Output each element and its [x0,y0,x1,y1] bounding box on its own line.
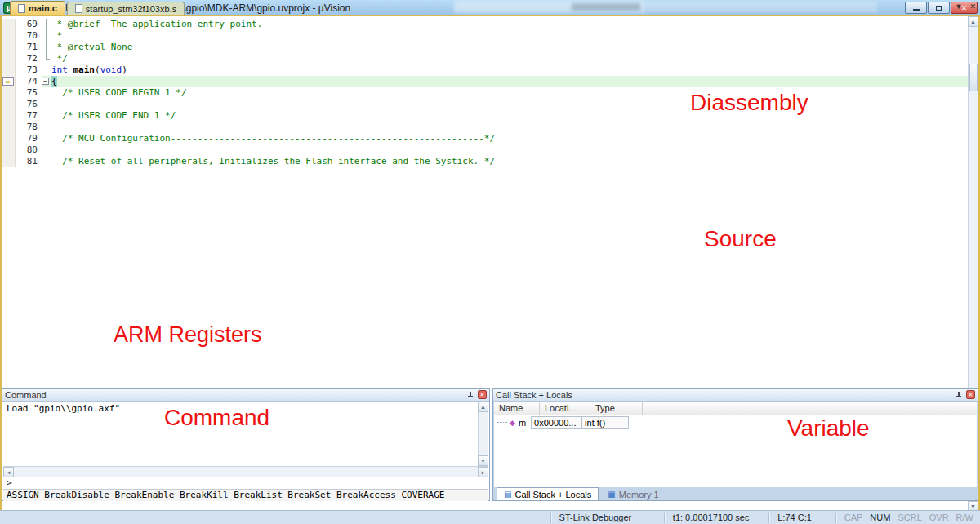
status-debugger: ST-Link Debugger [550,513,664,523]
document-icon [18,4,25,13]
fold-margin[interactable] [42,19,51,30]
status-flag-ovr: OVR [929,513,949,522]
status-keyboard-flags: CAPNUMSCRLOVRR/W [835,513,980,523]
fold-margin[interactable] [42,64,51,76]
source-line[interactable]: 71 * @retval None [2,42,968,53]
editor-gutter[interactable] [2,42,16,53]
editor-gutter[interactable] [2,30,16,42]
fold-margin[interactable] [42,133,51,144]
scroll-up-icon[interactable]: ▲ [478,402,488,412]
source-tab-label: startup_stm32f103xb.s [86,4,176,14]
source-line[interactable]: 77 /* USER CODE END 1 */ [2,110,968,122]
callstack-row[interactable]: ◆m0x00000...int f() [494,415,977,429]
line-text [51,99,968,110]
source-line[interactable]: 75 /* USER CODE BEGIN 1 */ [2,87,968,99]
fold-margin[interactable] [42,99,51,110]
line-number: 69 [16,19,42,30]
command-panel: Command ✕ Load "gpio\\gpio.axf" ▲ ▼ ◂ ▸ … [2,388,490,501]
command-hscrollbar[interactable]: ◂ ▸ [3,466,488,477]
line-text: { [51,76,968,87]
line-number: 77 [16,110,42,122]
line-number: 71 [16,42,42,53]
editor-gutter[interactable] [2,133,16,144]
source-line[interactable]: 80 [2,144,968,156]
source-line[interactable]: 81 /* Reset of all peripherals, Initiali… [2,156,968,167]
fold-margin[interactable]: − [42,76,51,87]
editor-gutter[interactable] [2,99,16,110]
memory-tab-icon: ▦ [608,490,615,499]
token [68,64,74,75]
command-vscrollbar[interactable]: ▲ ▼ [478,402,488,466]
fold-margin[interactable] [42,156,51,167]
close-icon[interactable]: ✕ [478,390,487,399]
fold-margin[interactable] [42,87,51,99]
bottom-dock-tabs: ▤Call Stack + Locals▦Memory 1 [493,487,978,502]
line-number: 72 [16,53,42,64]
status-flag-num: NUM [870,513,890,522]
source-line[interactable]: ▶▶74−{ [2,76,968,87]
column-header-location[interactable]: Locati... [540,402,590,415]
line-number: 81 [16,156,42,167]
fold-margin[interactable] [42,53,51,64]
source-line[interactable]: 72 */ [2,53,968,64]
scroll-down-icon[interactable]: ▼ [478,455,488,466]
command-log[interactable]: Load "gpio\\gpio.axf" [3,402,478,466]
document-icon [75,4,82,13]
close-icon[interactable]: ✕ [966,390,975,399]
fold-margin[interactable] [42,122,51,133]
column-header-name[interactable]: Name [494,402,540,415]
scroll-thumb[interactable] [969,64,978,91]
editor-gutter[interactable] [2,19,16,30]
editor-gutter[interactable] [2,156,16,167]
line-number: 76 [16,99,42,110]
scroll-up-icon[interactable]: ▲ [968,16,978,27]
line-text: * @brief The application entry point. [51,19,968,30]
source-line[interactable]: 79 /* MCU Configuration-----------------… [2,133,968,144]
source-line[interactable]: 78 [2,122,968,133]
source-line[interactable]: 76 [2,99,968,110]
token: ) [122,64,127,75]
editor-gutter[interactable] [2,87,16,99]
fold-margin[interactable] [42,144,51,156]
fold-collapse-icon[interactable]: − [42,78,49,85]
editor-gutter[interactable] [2,144,16,156]
variable-name: m [519,418,526,428]
source-tab-main.c[interactable]: main.c [10,1,65,15]
source-line[interactable]: 73int main(void) [2,64,968,76]
pin-icon[interactable] [466,391,474,399]
command-panel-header: Command ✕ [2,389,489,402]
fold-margin[interactable] [42,110,51,122]
tab-list-dropdown-icon[interactable]: ▼ [956,2,963,11]
fold-margin[interactable] [42,30,51,42]
line-number: 73 [16,64,42,76]
source-line[interactable]: 69 * @brief The application entry point. [2,19,968,30]
fold-margin[interactable] [42,42,51,53]
token: int [51,64,68,75]
command-input[interactable]: > [3,477,488,489]
line-text: /* USER CODE END 1 */ [51,110,968,122]
editor-gutter[interactable] [2,122,16,133]
dock-tab-memory-1[interactable]: ▦Memory 1 [600,487,666,501]
line-text [51,122,968,133]
source-tab-controls: ▼ ✕ [956,2,976,11]
variable-icon: ◆ [510,419,515,427]
command-hints: ASSIGN BreakDisable BreakEnable BreakKil… [3,489,488,501]
callstack-panel-header: Call Stack + Locals ✕ [493,389,978,402]
status-flag-scrl: SCRL [898,513,921,522]
callstack-tab-icon: ▤ [504,490,511,499]
source-window: main.cstartup_stm32f103xb.s ▼ ✕ 69 * @br… [0,0,702,183]
editor-gutter[interactable] [2,64,16,76]
current-statement-icon: ▶▶ [2,77,14,86]
column-header-type[interactable]: Type [590,402,643,415]
editor-gutter[interactable] [2,53,16,64]
close-document-icon[interactable]: ✕ [969,2,976,11]
status-cursor-position: L:74 C:1 [768,513,835,523]
editor-gutter[interactable]: ▶▶ [2,76,16,87]
editor-gutter[interactable] [2,110,16,122]
status-flag-rw: R/W [956,513,973,522]
dock-tab-call-stack-locals[interactable]: ▤Call Stack + Locals [497,487,599,501]
source-line[interactable]: 70 * [2,30,968,42]
source-tab-startup_stm32f103xb.s[interactable]: startup_stm32f103xb.s [67,2,185,15]
pin-icon[interactable] [955,391,963,399]
dock-tab-label: Memory 1 [619,490,659,500]
